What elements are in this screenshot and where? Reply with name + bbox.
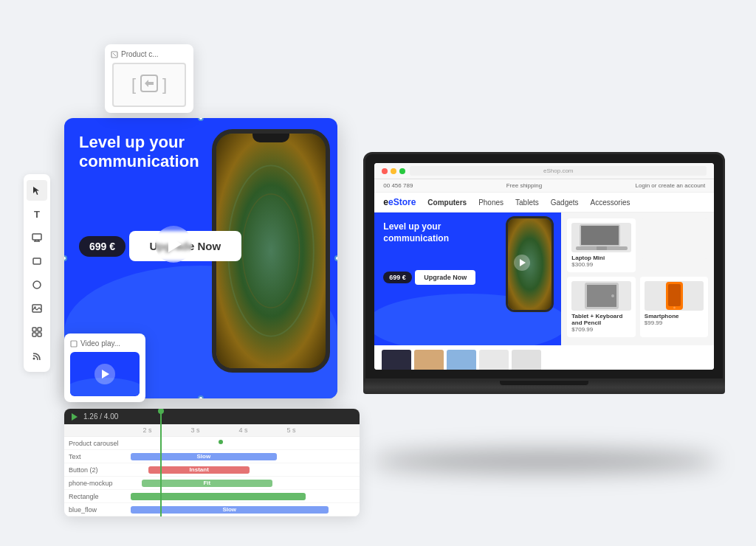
component-tool[interactable] bbox=[27, 322, 47, 342]
timeline-track bbox=[131, 439, 355, 448]
track-bar-text: Slow bbox=[131, 453, 277, 460]
hero-right: Laptop Mini $300.99 bbox=[561, 212, 714, 345]
maximize-button[interactable] bbox=[399, 168, 405, 174]
product-card-phone[interactable]: Smartphone $99.99 bbox=[640, 277, 709, 337]
timeline-row-text: Text Slow bbox=[64, 450, 360, 463]
svg-rect-4 bbox=[33, 258, 41, 264]
top-bar-account: Login or create an account bbox=[636, 182, 706, 189]
bottom-product-4[interactable] bbox=[479, 350, 509, 370]
close-button[interactable] bbox=[382, 168, 388, 174]
editor-panel: T Product c... bbox=[24, 30, 357, 516]
website-products-bottom bbox=[374, 345, 714, 370]
video-play-small[interactable] bbox=[94, 364, 115, 384]
product-price-laptop: $300.99 bbox=[571, 261, 631, 268]
product-card-laptop[interactable]: Laptop Mini $300.99 bbox=[567, 218, 636, 272]
handle-tl[interactable] bbox=[64, 118, 67, 121]
timeline-row-blue: blue_flow Slow bbox=[64, 503, 360, 516]
video-thumbnail bbox=[70, 352, 140, 396]
carousel-card-title: Product c... bbox=[111, 50, 188, 58]
laptop-container: eShop.com 00 456 789 Free shipping Login… bbox=[357, 30, 732, 516]
timeline-time: 1.26 / 4.00 bbox=[83, 412, 118, 421]
banner-headline: Level up your communication bbox=[79, 133, 197, 172]
timeline-track-rect bbox=[131, 492, 355, 501]
timeline-track-blue: Slow bbox=[131, 505, 355, 514]
minimize-button[interactable] bbox=[391, 168, 396, 174]
timeline-row-phone: phone-mockup Fit bbox=[64, 477, 360, 490]
tablet-product-icon bbox=[583, 281, 620, 311]
svg-line-14 bbox=[113, 53, 116, 56]
rect-tool[interactable] bbox=[27, 251, 47, 272]
svg-point-12 bbox=[33, 358, 35, 360]
hero-play-icon bbox=[520, 259, 526, 266]
timeline-label: Product carousel bbox=[69, 440, 128, 447]
hero-play-button[interactable] bbox=[514, 255, 530, 271]
nav-tablets[interactable]: Tablets bbox=[515, 198, 539, 207]
hero-left: Level up your communication 699 € Upgrad… bbox=[374, 212, 561, 345]
scrubber-indicator bbox=[219, 440, 223, 444]
product-card-tablet[interactable]: Tablet + Keyboard and Pencil $709.99 bbox=[567, 277, 636, 337]
video-card-title: Video play... bbox=[70, 339, 140, 348]
site-logo: eeStore bbox=[383, 197, 416, 207]
play-button[interactable] bbox=[155, 226, 192, 263]
timeline-label-text: Text bbox=[69, 453, 128, 460]
nav-computers[interactable]: Computers bbox=[427, 198, 467, 207]
svg-rect-19 bbox=[71, 341, 77, 347]
video-play-card: Video play... bbox=[64, 334, 145, 402]
product-card-empty[interactable] bbox=[640, 218, 709, 259]
svg-point-27 bbox=[611, 294, 614, 297]
browser-controls bbox=[382, 168, 405, 174]
timeline-label-button: Button (2) bbox=[69, 466, 128, 474]
bottom-product-1[interactable] bbox=[382, 350, 411, 370]
bottom-product-2[interactable] bbox=[414, 350, 444, 370]
hero-phone bbox=[502, 212, 557, 316]
laptop-body: eShop.com 00 456 789 Free shipping Login… bbox=[363, 152, 725, 394]
laptop-base bbox=[363, 381, 725, 394]
left-toolbar: T bbox=[24, 174, 50, 372]
timeline-play-button[interactable] bbox=[72, 413, 78, 421]
select-tool[interactable] bbox=[27, 180, 47, 201]
svg-rect-22 bbox=[581, 226, 619, 245]
bottom-product-5[interactable] bbox=[512, 350, 541, 370]
ellipse-tool[interactable] bbox=[27, 274, 47, 295]
hero-price: 699 € bbox=[383, 272, 412, 283]
image-tool[interactable] bbox=[27, 298, 47, 319]
svg-rect-8 bbox=[32, 328, 36, 331]
bottom-product-3[interactable] bbox=[447, 350, 476, 370]
hero-upgrade-btn[interactable]: Upgrade Now bbox=[415, 270, 475, 285]
url-bar-container: eShop.com bbox=[374, 163, 714, 179]
timeline-row-rect: Rectangle bbox=[64, 490, 360, 503]
product-price-phone: $99.99 bbox=[645, 319, 704, 326]
phone-product-icon bbox=[665, 281, 684, 311]
url-bar[interactable]: eShop.com bbox=[410, 166, 707, 176]
top-bar-phone: 00 456 789 bbox=[383, 182, 413, 189]
timeline-label-blue: blue_flow bbox=[69, 506, 128, 514]
right-bracket-icon: ] bbox=[162, 77, 167, 93]
text-tool[interactable]: T bbox=[27, 204, 47, 224]
track-bar-button: Instant bbox=[148, 466, 250, 474]
left-bracket-icon: [ bbox=[131, 77, 136, 93]
product-name-laptop: Laptop Mini bbox=[571, 255, 631, 261]
website-top-bar: 00 456 789 Free shipping Login or create… bbox=[374, 179, 714, 193]
timeline-label-rect: Rectangle bbox=[69, 493, 128, 500]
product-name-phone: Smartphone bbox=[645, 313, 704, 319]
carousel-icon-box: [ ] bbox=[112, 63, 186, 107]
svg-point-30 bbox=[673, 307, 676, 309]
timeline-panel: 1.26 / 4.00 2 s 3 s 4 s 5 s Product caro… bbox=[64, 409, 360, 516]
handle-ml[interactable] bbox=[64, 255, 67, 261]
website-nav: eeStore Computers Phones Tablets Gadgets… bbox=[374, 193, 714, 212]
svg-rect-10 bbox=[32, 333, 36, 336]
laptop-screen-inner: eShop.com 00 456 789 Free shipping Login… bbox=[374, 163, 714, 370]
phone-notch bbox=[252, 134, 289, 142]
nav-gadgets[interactable]: Gadgets bbox=[551, 198, 579, 207]
rss-tool[interactable] bbox=[27, 345, 47, 366]
nav-accessories[interactable]: Accessories bbox=[591, 198, 630, 207]
product-img-tablet bbox=[571, 281, 631, 311]
product-img-phone bbox=[645, 281, 704, 311]
laptop-shadow bbox=[371, 450, 718, 472]
screen-tool[interactable] bbox=[27, 227, 47, 248]
product-price-tablet: $709.99 bbox=[571, 326, 631, 333]
timeline-track-phone: Fit bbox=[131, 479, 355, 488]
nav-phones[interactable]: Phones bbox=[478, 198, 504, 207]
timeline-scrubber[interactable] bbox=[160, 409, 162, 516]
svg-rect-11 bbox=[38, 333, 41, 336]
